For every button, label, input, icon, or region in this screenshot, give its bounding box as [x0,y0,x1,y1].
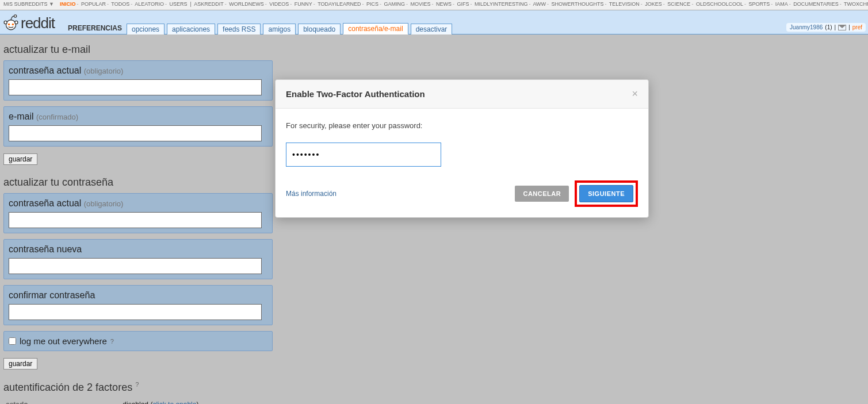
srbar-sub[interactable]: SCIENCE [667,1,690,7]
email-label: e-mail (confirmado) [9,111,78,121]
modal-password-input[interactable] [286,143,441,167]
logo-text: reddit [21,14,55,32]
svg-point-1 [8,24,10,25]
next-button-highlight: SIGUIENTE [575,180,638,207]
confirm-password-input[interactable] [9,304,262,320]
modal-prompt: For security, please enter your password… [286,121,638,130]
srbar-sub[interactable]: GIFS [457,1,469,7]
srbar-sub[interactable]: DOCUMENTARIES [793,1,838,7]
userbar: Juanmy1986 (1) | | pref [786,23,866,32]
srbar-sub[interactable]: TODAYILEARNED [318,1,361,7]
current-password-block-2: contraseña actual (obligatorio) [3,193,273,233]
srbar-sub[interactable]: MILDLYINTERESTING [475,1,527,7]
help-icon[interactable]: ? [110,338,114,345]
srbar-sub[interactable]: FUNNY [295,1,312,7]
close-icon[interactable]: × [632,88,638,100]
new-password-label: contraseña nueva [9,244,82,254]
help-icon[interactable]: ? [135,381,139,388]
logout-everywhere-block: log me out everywhere ? [3,331,273,351]
svg-point-5 [14,15,17,17]
pref-link[interactable]: pref [852,24,862,30]
current-password-input-2[interactable] [9,212,262,228]
tab-desactivar[interactable]: desactivar [411,24,453,34]
tab-bloqueado[interactable]: bloqueado [298,24,341,34]
srbar-sub[interactable]: OLDSCHOOLCOOL [696,1,743,7]
confirm-password-label: confirmar contraseña [9,290,95,300]
modal-body: For security, please enter your password… [276,109,648,172]
snoo-icon [1,13,21,32]
tab-contrasena-email[interactable]: contraseña/e-mail [343,23,408,34]
srbar-sub[interactable]: VIDEOS [269,1,289,7]
srbar-sub[interactable]: PICS [366,1,378,7]
header: reddit PREFERENCIAS opciones aplicacione… [0,10,868,34]
modal-footer: Más información CANCELAR SIGUIENTE [276,172,648,217]
srbar-sub[interactable]: NEWS [436,1,452,7]
srbar-aleatorio[interactable]: ALEATORIO [135,1,164,7]
update-email-heading: actualizar tu e-mail [3,44,865,56]
my-subreddits-label: MIS SUBREDDITS [3,1,48,7]
twofa-state-value: disabled [123,401,148,404]
new-password-block: contraseña nueva [3,239,273,279]
dropdown-icon[interactable]: ▼ [49,1,54,7]
srbar-sub[interactable]: AWW [533,1,546,7]
new-password-input[interactable] [9,258,262,274]
confirm-password-block: confirmar contraseña [3,285,273,325]
tab-aplicaciones[interactable]: aplicaciones [167,24,215,34]
cancel-button[interactable]: CANCELAR [515,186,569,202]
logout-everywhere-checkbox[interactable] [9,337,16,345]
svg-point-2 [12,24,14,25]
current-password-block: contraseña actual (obligatorio) [3,60,273,101]
more-info-link[interactable]: Más información [286,190,337,198]
twofa-state-label: estado [6,401,75,404]
twofa-heading: autentificación de 2 factores ? [3,381,865,394]
logo[interactable]: reddit [1,13,55,32]
srbar-sub[interactable]: TELEVISION [609,1,640,7]
twofa-modal: Enable Two-Factor Authentication × For s… [275,79,649,218]
current-password-input[interactable] [9,79,262,95]
srbar-users[interactable]: USERS [169,1,187,7]
srbar-sub[interactable]: MOVIES [410,1,430,7]
srbar-sub[interactable]: IAMA [775,1,788,7]
tab-amigos[interactable]: amigos [263,24,296,34]
modal-header: Enable Two-Factor Authentication × [276,80,648,109]
srbar-sub[interactable]: ASKREDDIT [194,1,224,7]
srbar-sub[interactable]: TWOXCHROMOSOMES [844,1,868,7]
tab-feeds[interactable]: feeds RSS [217,24,261,34]
svg-point-0 [6,20,16,30]
subreddit-bar: MIS SUBREDDITS ▼ INICIO- POPULAR- TODOS-… [0,0,868,10]
svg-point-3 [4,21,7,24]
modal-title: Enable Two-Factor Authentication [286,89,425,99]
karma-count: (1) [825,24,832,30]
srbar-sub[interactable]: SHOWERTHOUGHTS [552,1,604,7]
srbar-sub[interactable]: JOKES [645,1,662,7]
svg-point-4 [15,21,18,24]
mail-icon[interactable] [838,25,846,30]
srbar-todos[interactable]: TODOS [111,1,129,7]
srbar-sub[interactable]: SPORTS [748,1,770,7]
save-password-button[interactable]: guardar [3,358,37,370]
logout-everywhere-label: log me out everywhere [20,336,107,346]
srbar-inicio[interactable]: INICIO [60,1,76,7]
srbar-sub[interactable]: GAMING [384,1,405,7]
next-button[interactable]: SIGUIENTE [579,185,633,202]
tabmenu: PREFERENCIAS opciones aplicaciones feeds… [68,22,454,34]
email-block: e-mail (confirmado) [3,106,273,147]
twofa-status-row: estado disabled (click to enable) [3,398,865,404]
prefs-heading: PREFERENCIAS [68,24,122,34]
tab-opciones[interactable]: opciones [127,24,165,34]
srbar-popular[interactable]: POPULAR [81,1,106,7]
current-password-label-2: contraseña actual (obligatorio) [9,198,123,208]
username-link[interactable]: Juanmy1986 [790,24,823,30]
srbar-sub[interactable]: WORLDNEWS [229,1,264,7]
email-input[interactable] [9,125,262,141]
twofa-enable-link[interactable]: click to enable [152,401,196,404]
current-password-label: contraseña actual (obligatorio) [9,66,123,75]
save-email-button[interactable]: guardar [3,153,37,165]
